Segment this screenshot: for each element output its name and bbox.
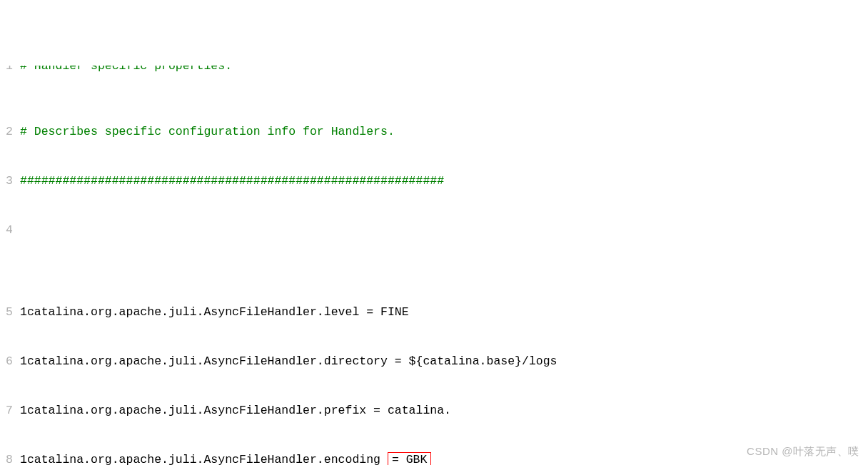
line-number: 6 xyxy=(3,353,13,369)
line-number: 8 xyxy=(3,451,13,465)
line-number: 2 xyxy=(3,123,13,140)
line-number: 4 xyxy=(3,222,13,238)
comment-line: # Handler specific properties. xyxy=(20,66,232,74)
line-number: 1 xyxy=(3,66,13,74)
line-number: 7 xyxy=(3,402,13,419)
highlight-box: = GBK xyxy=(388,452,432,465)
config-line: 1catalina.org.apache.juli.AsyncFileHandl… xyxy=(20,353,557,369)
config-line: 1catalina.org.apache.juli.AsyncFileHandl… xyxy=(20,402,451,419)
code-area: 1 # Handler specific properties. 2 # Des… xyxy=(0,0,868,465)
comment-separator: ########################################… xyxy=(20,173,444,189)
comment-line: # Describes specific configuration info … xyxy=(20,123,395,140)
config-line: 1catalina.org.apache.juli.AsyncFileHandl… xyxy=(20,451,388,465)
line-number: 3 xyxy=(3,173,13,189)
line-number: 5 xyxy=(3,304,13,320)
config-line: 1catalina.org.apache.juli.AsyncFileHandl… xyxy=(20,304,409,320)
